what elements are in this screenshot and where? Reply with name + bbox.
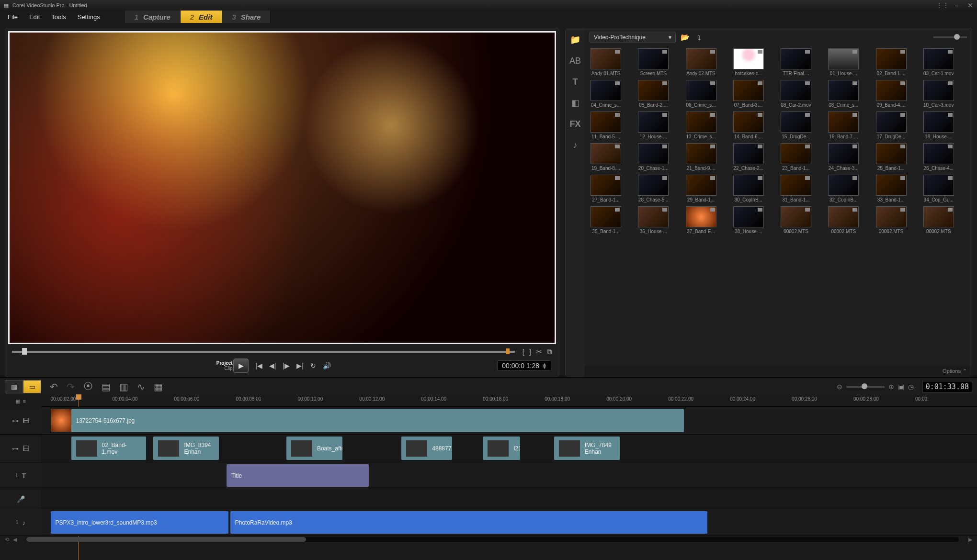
scroll-left-icon[interactable]: ◀ xyxy=(13,537,17,543)
library-clip[interactable]: 25_Band-1... xyxy=(875,143,908,171)
ruler-tool-b-icon[interactable]: ≡ xyxy=(23,398,26,404)
scrub-playhead[interactable] xyxy=(22,348,27,355)
scroll-right-icon[interactable]: ▶ xyxy=(968,537,972,543)
graphics-icon[interactable]: ◧ xyxy=(569,97,581,109)
library-clip[interactable]: 00002.MTS xyxy=(827,206,860,234)
menu-edit[interactable]: Edit xyxy=(23,11,45,22)
mark-in-icon[interactable]: [ xyxy=(523,347,524,356)
library-clip[interactable]: 08_Car-2.mov xyxy=(780,80,812,108)
overlay-track-lane[interactable]: 02_Band-1.movIMG_8394 EnhanBoats_after48… xyxy=(41,435,977,462)
goto-start-icon[interactable]: |◀ xyxy=(255,362,262,370)
library-clip[interactable]: 09_Band-4.... xyxy=(875,80,908,108)
voice-track-lane[interactable] xyxy=(41,489,977,509)
redo-icon[interactable]: ↷ xyxy=(67,381,75,392)
timeline-view-button[interactable]: ▭ xyxy=(23,380,41,393)
library-clip[interactable]: 14_Band-6.... xyxy=(732,112,765,139)
timeline-clip[interactable]: PhotoRaRaVideo.mp3 xyxy=(230,511,708,534)
transitions-icon[interactable]: AB xyxy=(569,55,581,67)
library-clip[interactable]: 34_Cop_Gu... xyxy=(922,175,955,202)
library-clip[interactable]: 15_DrugDe... xyxy=(780,112,812,139)
library-clip[interactable]: 04_Crime_s... xyxy=(590,80,622,108)
track-manager-icon[interactable]: ▦ xyxy=(154,381,163,392)
library-clip[interactable]: 28_Chase-5... xyxy=(637,175,670,202)
music-track-lane[interactable]: PSPX3_intro_lower3rd_soundMP3.mp3PhotoRa… xyxy=(41,509,977,536)
storyboard-view-button[interactable]: ▥ xyxy=(5,380,23,393)
mark-out-icon[interactable]: ] xyxy=(529,347,531,356)
sound-mixer-icon[interactable]: ∿ xyxy=(137,381,145,392)
step-tab-edit[interactable]: 2Edit xyxy=(181,11,223,23)
library-clip[interactable]: 21_Band-9.... xyxy=(685,143,717,171)
playback-mode[interactable]: Project Clip xyxy=(216,360,233,371)
time-ruler[interactable]: 00:00:02.0000:00:04.0000:00:06.0000:00:0… xyxy=(41,395,977,406)
library-clip[interactable]: 01_House-... xyxy=(827,48,860,76)
library-clip[interactable]: 16_Band-7.... xyxy=(827,112,860,139)
media-folder-icon[interactable]: 📁 xyxy=(569,34,581,45)
cut-icon[interactable]: ✂ xyxy=(536,347,542,356)
library-clip[interactable]: 22_Chase-2... xyxy=(732,143,765,171)
clock-icon[interactable]: ◷ xyxy=(908,383,914,391)
library-clip[interactable]: 38_House-... xyxy=(732,206,765,234)
zoom-slider[interactable] xyxy=(846,386,885,388)
fit-project-icon[interactable]: ▣ xyxy=(898,383,904,391)
library-options-toggle[interactable]: Options ⌃ xyxy=(943,368,967,374)
prev-frame-icon[interactable]: ◀| xyxy=(269,362,276,370)
library-clip[interactable]: 00002.MTS xyxy=(875,206,908,234)
multi-trim-icon[interactable]: ▥ xyxy=(119,381,128,392)
timeline-clip[interactable]: Title xyxy=(227,464,369,487)
hscroll-thumb[interactable] xyxy=(26,537,306,542)
timeline-clip[interactable]: Boats_after xyxy=(286,437,342,460)
library-clip[interactable]: 27_Band-1... xyxy=(590,175,622,202)
library-clip[interactable]: 02_Band-1.... xyxy=(875,48,908,76)
play-button[interactable]: ▶ xyxy=(233,358,249,373)
library-clip[interactable]: Andy 02.MTS xyxy=(685,48,717,76)
library-clip[interactable]: 07_Band-3.... xyxy=(732,80,765,108)
preview-viewport[interactable] xyxy=(8,31,556,344)
library-clip[interactable]: 13_Crime_s... xyxy=(685,112,717,139)
timeline-clip[interactable]: I21 xyxy=(483,437,520,460)
minimize-button[interactable]: — xyxy=(955,1,962,9)
scroll-tool-icon[interactable]: ⟲ xyxy=(5,537,9,543)
voice-track-head[interactable]: 🎤 xyxy=(0,489,41,509)
video-track-lane[interactable]: 13722754-516x677.jpg xyxy=(41,407,977,435)
library-clip[interactable]: TTR-Final.... xyxy=(780,48,812,76)
library-clip[interactable]: 18_House-... xyxy=(922,112,955,139)
library-clip[interactable]: 05_Band-2.... xyxy=(637,80,670,108)
zoom-in-icon[interactable]: ⊕ xyxy=(888,383,894,391)
step-tab-share[interactable]: 3Share xyxy=(222,11,271,23)
mode-project[interactable]: Project xyxy=(216,360,233,366)
library-clip[interactable]: 11_Band-5.... xyxy=(590,112,622,139)
menu-file[interactable]: File xyxy=(2,11,23,22)
filters-fx-icon[interactable]: FX xyxy=(569,118,581,130)
library-clip[interactable]: 20_Chase-1... xyxy=(637,143,670,171)
preview-timecode[interactable]: 00:00:0 1:28 ▲▼ xyxy=(498,360,551,371)
close-button[interactable]: ✕ xyxy=(967,1,973,9)
repeat-icon[interactable]: ↻ xyxy=(310,362,316,370)
library-clip[interactable]: hotcakes-c... xyxy=(732,48,765,76)
settings-icon[interactable]: ⋮⋮ xyxy=(936,1,949,9)
library-clip[interactable]: 35_Band-1... xyxy=(590,206,622,234)
zoom-out-icon[interactable]: ⊖ xyxy=(837,383,842,391)
library-clip[interactable]: 29_Band-1... xyxy=(685,175,717,202)
timeline-clip[interactable]: 02_Band-1.mov xyxy=(71,437,146,460)
library-clip[interactable]: 06_Crime_s... xyxy=(685,80,717,108)
library-clip[interactable]: Screen.MTS xyxy=(637,48,670,76)
ruler-tool-a-icon[interactable]: ▦ xyxy=(15,398,20,404)
library-clip[interactable]: 26_Chase-4... xyxy=(922,143,955,171)
library-clip[interactable]: 12_House-... xyxy=(637,112,670,139)
audio-icon[interactable]: ♪ xyxy=(569,139,581,151)
link-icon[interactable]: ⊶ xyxy=(12,445,19,452)
goto-end-icon[interactable]: ▶| xyxy=(296,362,304,370)
timeline-clip-thumb[interactable] xyxy=(51,409,72,432)
timeline-clip[interactable]: PSPX3_intro_lower3rd_soundMP3.mp3 xyxy=(51,511,228,534)
library-clip[interactable]: 31_Band-1... xyxy=(780,175,812,202)
batch-convert-icon[interactable]: ▤ xyxy=(102,381,111,392)
library-clip[interactable]: 17_DrugDe... xyxy=(875,112,908,139)
timeline-hscroll[interactable]: ⟲ ◀ ▶ xyxy=(0,536,977,543)
next-frame-icon[interactable]: |▶ xyxy=(283,362,290,370)
timeline-clip[interactable]: IMG_8394 Enhan xyxy=(153,437,219,460)
library-clip[interactable]: 33_Band-1... xyxy=(875,175,908,202)
record-icon[interactable]: ⦿ xyxy=(83,381,93,392)
title-track-head[interactable]: 1T xyxy=(0,462,41,489)
library-clip[interactable]: 00002.MTS xyxy=(922,206,955,234)
overlay-track-head[interactable]: ⊶🎞 xyxy=(0,435,41,462)
